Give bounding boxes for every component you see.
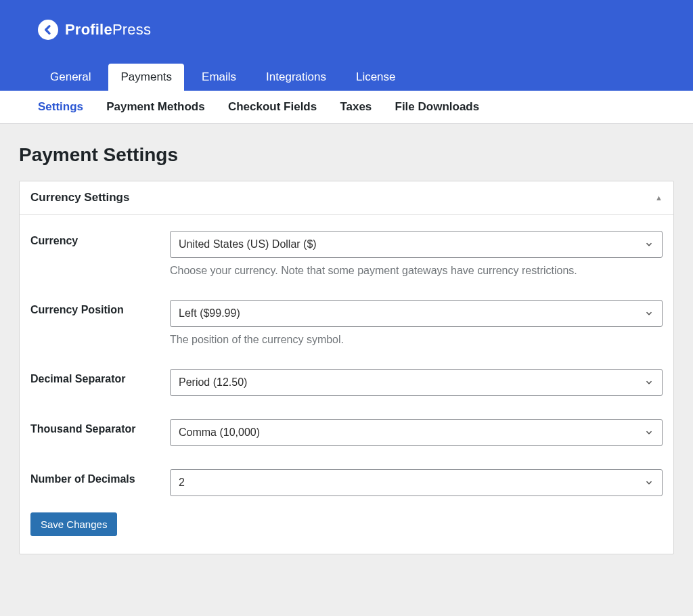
tab-emails[interactable]: Emails	[189, 64, 248, 91]
collapse-icon: ▲	[655, 194, 663, 202]
select-number-of-decimals[interactable]: 2	[170, 469, 663, 496]
chevron-down-icon	[644, 240, 654, 249]
select-number-of-decimals-value: 2	[179, 477, 185, 489]
label-currency-position: Currency Position	[30, 300, 170, 316]
subtab-checkout-fields[interactable]: Checkout Fields	[228, 100, 317, 114]
chevron-down-icon	[644, 309, 654, 318]
panel-body: Currency United States (US) Dollar ($) C…	[20, 215, 673, 554]
brand-text-light: Press	[112, 21, 151, 38]
label-thousand-separator: Thousand Separator	[30, 419, 170, 435]
chevron-down-icon	[644, 378, 654, 387]
tab-general[interactable]: General	[38, 64, 103, 91]
sub-tabs: Settings Payment Methods Checkout Fields…	[0, 91, 693, 124]
brand-text-bold: Profile	[65, 21, 112, 38]
label-currency: Currency	[30, 231, 170, 247]
field-row-number-of-decimals: Number of Decimals 2	[30, 469, 663, 496]
help-currency: Choose your currency. Note that some pay…	[170, 265, 663, 277]
subtab-taxes[interactable]: Taxes	[340, 100, 372, 114]
currency-settings-panel: Currency Settings ▲ Currency United Stat…	[19, 181, 674, 554]
brand-text: ProfilePress	[65, 21, 151, 39]
select-currency-position-value: Left ($99.99)	[179, 307, 240, 320]
subtab-payment-methods[interactable]: Payment Methods	[106, 100, 204, 114]
select-decimal-separator-value: Period (12.50)	[179, 376, 247, 389]
select-currency-value: United States (US) Dollar ($)	[179, 238, 317, 250]
select-currency-position[interactable]: Left ($99.99)	[170, 300, 663, 327]
field-row-currency-position: Currency Position Left ($99.99) The posi…	[30, 300, 663, 346]
page-title: Payment Settings	[19, 144, 674, 166]
select-thousand-separator[interactable]: Comma (10,000)	[170, 419, 663, 446]
panel-title: Currency Settings	[30, 191, 129, 204]
panel-header[interactable]: Currency Settings ▲	[20, 181, 673, 215]
field-row-decimal-separator: Decimal Separator Period (12.50)	[30, 369, 663, 396]
select-currency[interactable]: United States (US) Dollar ($)	[170, 231, 663, 258]
label-number-of-decimals: Number of Decimals	[30, 469, 170, 485]
brand-logo: ProfilePress	[38, 16, 655, 43]
field-row-currency: Currency United States (US) Dollar ($) C…	[30, 231, 663, 277]
chevron-down-icon	[644, 428, 654, 437]
primary-tabs: General Payments Emails Integrations Lic…	[38, 64, 655, 91]
field-row-thousand-separator: Thousand Separator Comma (10,000)	[30, 419, 663, 446]
select-decimal-separator[interactable]: Period (12.50)	[170, 369, 663, 396]
select-thousand-separator-value: Comma (10,000)	[179, 426, 260, 439]
subtab-file-downloads[interactable]: File Downloads	[395, 100, 480, 114]
subtab-settings[interactable]: Settings	[38, 100, 83, 114]
chevron-down-icon	[644, 478, 654, 487]
label-decimal-separator: Decimal Separator	[30, 369, 170, 385]
tab-payments[interactable]: Payments	[108, 64, 184, 91]
hero-header: ProfilePress General Payments Emails Int…	[0, 0, 693, 91]
help-currency-position: The position of the currency symbol.	[170, 334, 663, 346]
tab-license[interactable]: License	[344, 64, 408, 91]
brand-mark-icon	[38, 20, 58, 40]
tab-integrations[interactable]: Integrations	[254, 64, 338, 91]
save-button[interactable]: Save Changes	[30, 512, 117, 536]
page-content: Payment Settings Currency Settings ▲ Cur…	[0, 124, 693, 568]
